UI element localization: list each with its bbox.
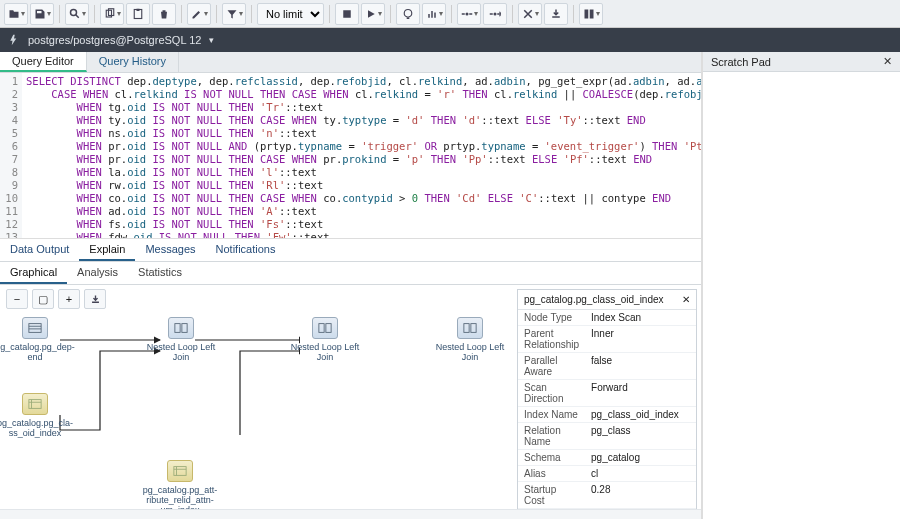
detail-row: Schemapg_catalog	[518, 450, 697, 466]
svg-rect-5	[343, 10, 351, 18]
svg-rect-8	[584, 9, 588, 18]
detail-row: Index Namepg_class_oid_index	[518, 407, 697, 423]
scratch-pad-panel: Scratch Pad ✕	[702, 52, 900, 519]
scratch-pad-title: Scratch Pad	[711, 56, 771, 68]
svg-rect-15	[319, 324, 324, 333]
main-toolbar: No limit	[0, 0, 900, 28]
svg-point-6	[465, 12, 468, 15]
tab-query-history[interactable]: Query History	[87, 52, 179, 72]
tab-messages[interactable]: Messages	[135, 239, 205, 261]
execute-button[interactable]	[361, 3, 385, 25]
find-button[interactable]	[65, 3, 89, 25]
download-button[interactable]	[544, 3, 568, 25]
subtab-statistics[interactable]: Statistics	[128, 262, 192, 284]
svg-rect-11	[29, 400, 41, 409]
detail-row: Parent RelationshipInner	[518, 326, 697, 353]
plan-node-pg-depend[interactable]: pg_catalog.pg_dep- end	[0, 317, 80, 362]
explain-button[interactable]	[396, 3, 420, 25]
indexscan-icon	[22, 393, 48, 415]
edit-button[interactable]	[187, 3, 211, 25]
svg-rect-17	[464, 324, 469, 333]
svg-point-7	[494, 12, 497, 15]
copy-button[interactable]	[100, 3, 124, 25]
seqscan-icon	[22, 317, 48, 339]
plan-detail-table: Node TypeIndex ScanParent RelationshipIn…	[518, 310, 697, 515]
sql-editor[interactable]: 12345678910111213 SELECT DISTINCT dep.de…	[0, 73, 701, 239]
commit-button[interactable]	[457, 3, 481, 25]
plan-node-nl-3[interactable]: Nested Loop Left Join	[425, 317, 515, 362]
plan-detail-panel: pg_catalog.pg_class_oid_index ✕ Node Typ…	[517, 289, 697, 515]
connection-bar: postgres/postgres@PostgreSQL 12 ▾	[0, 28, 900, 52]
plan-node-pg-attribute-idx[interactable]: pg_catalog.pg_att- ribute_relid_attn- um…	[135, 460, 225, 515]
svg-rect-10	[29, 324, 41, 333]
filter-button[interactable]	[222, 3, 246, 25]
indexscan-icon	[167, 460, 193, 482]
svg-rect-4	[137, 8, 140, 10]
open-button[interactable]	[4, 3, 28, 25]
horizontal-scrollbar[interactable]	[0, 509, 701, 519]
tab-data-output[interactable]: Data Output	[0, 239, 79, 261]
nestedloop-icon	[457, 317, 483, 339]
chevron-down-icon[interactable]: ▾	[209, 35, 214, 45]
clear-button[interactable]	[579, 3, 603, 25]
detail-row: Relation Namepg_class	[518, 423, 697, 450]
svg-rect-16	[326, 324, 331, 333]
plan-node-nl-1[interactable]: Nested Loop Left Join	[136, 317, 226, 362]
detail-row: Scan DirectionForward	[518, 380, 697, 407]
zoom-reset-button[interactable]: ▢	[32, 289, 54, 309]
subtab-graphical[interactable]: Graphical	[0, 262, 67, 284]
tab-explain[interactable]: Explain	[79, 239, 135, 261]
rollback-button[interactable]	[483, 3, 507, 25]
svg-rect-14	[174, 467, 186, 476]
plan-node-pg-class-idx[interactable]: pg_catalog.pg_cla- ss_oid_index	[0, 393, 80, 438]
explain-analyze-button[interactable]	[422, 3, 446, 25]
paste-button[interactable]	[126, 3, 150, 25]
detail-row: Startup Cost0.28	[518, 482, 697, 509]
explain-subtabbar: Graphical Analysis Statistics	[0, 262, 701, 285]
nestedloop-icon	[168, 317, 194, 339]
subtab-analysis[interactable]: Analysis	[67, 262, 128, 284]
detail-row: Parallel Awarefalse	[518, 353, 697, 380]
plan-node-nl-2[interactable]: Nested Loop Left Join	[280, 317, 370, 362]
limit-select[interactable]: No limit	[257, 3, 324, 25]
tab-notifications[interactable]: Notifications	[206, 239, 286, 261]
download-plan-button[interactable]	[84, 289, 106, 309]
tab-query-editor[interactable]: Query Editor	[0, 52, 87, 72]
svg-point-0	[70, 9, 76, 15]
stop-button[interactable]	[335, 3, 359, 25]
svg-rect-13	[182, 324, 187, 333]
save-button[interactable]	[30, 3, 54, 25]
detail-row: Node TypeIndex Scan	[518, 310, 697, 326]
svg-rect-18	[471, 324, 476, 333]
svg-rect-9	[589, 9, 593, 18]
delete-button[interactable]	[152, 3, 176, 25]
explain-canvas[interactable]: − ▢ +	[0, 285, 701, 519]
detail-row: Aliascl	[518, 466, 697, 482]
close-icon[interactable]: ✕	[682, 294, 690, 305]
scratch-pad-textarea[interactable]	[703, 72, 900, 517]
plan-detail-title: pg_catalog.pg_class_oid_index	[524, 294, 664, 305]
code-area[interactable]: SELECT DISTINCT dep.deptype, dep.refclas…	[22, 73, 701, 238]
query-tabbar: Query Editor Query History	[0, 52, 701, 73]
line-gutter: 12345678910111213	[0, 73, 22, 238]
result-tabbar: Data Output Explain Messages Notificatio…	[0, 239, 701, 262]
close-icon[interactable]: ✕	[883, 55, 892, 68]
bolt-icon	[8, 34, 20, 46]
zoom-out-button[interactable]: −	[6, 289, 28, 309]
connection-label[interactable]: postgres/postgres@PostgreSQL 12	[28, 34, 201, 46]
svg-rect-12	[175, 324, 180, 333]
nestedloop-icon	[312, 317, 338, 339]
zoom-in-button[interactable]: +	[58, 289, 80, 309]
cancel-button[interactable]	[518, 3, 542, 25]
